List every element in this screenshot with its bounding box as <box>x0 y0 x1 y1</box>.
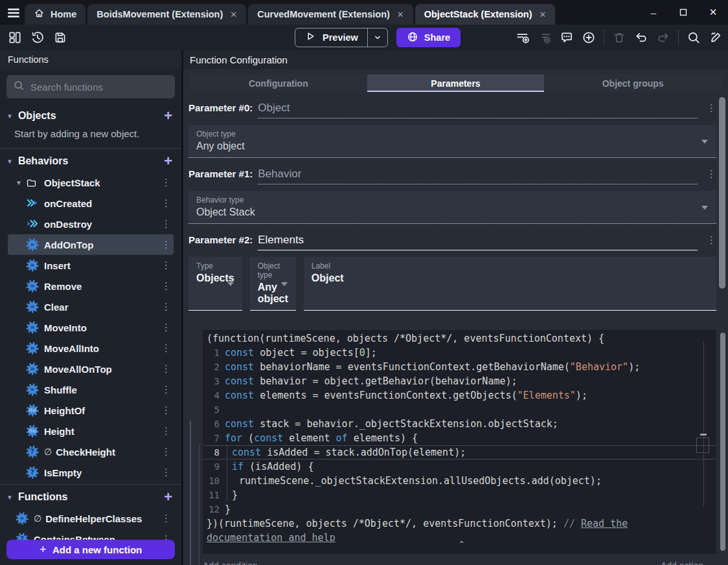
sidebar-item-height[interactable]: f(x) Height ⋮ <box>8 421 174 441</box>
preview-options-button[interactable] <box>368 28 387 47</box>
kebab-menu-icon[interactable]: ⋮ <box>159 301 174 313</box>
tab-configuration[interactable]: Configuration <box>190 74 367 92</box>
tab-home[interactable]: Home <box>25 4 85 25</box>
section-header-function[interactable]: ▼ Functions + <box>0 486 181 508</box>
tab-close-icon[interactable]: ✕ <box>397 10 404 19</box>
save-icon[interactable] <box>53 30 67 45</box>
search-input[interactable] <box>30 82 168 93</box>
sidebar-item-heightof[interactable]: f(x) HeightOf ⋮ <box>8 400 174 421</box>
kebab-menu-icon[interactable]: ⋮ <box>159 218 174 230</box>
chevron-down-icon[interactable]: ▼ <box>6 494 13 501</box>
kebab-menu-icon[interactable]: ⋮ <box>159 260 174 271</box>
kebab-menu-icon[interactable]: ⋮ <box>159 384 174 395</box>
documentation-link[interactable]: documentation and help <box>207 532 336 544</box>
sidebar-item-insert[interactable]: » Insert ⋮ <box>8 255 174 276</box>
kebab-menu-icon[interactable]: ⋮ <box>707 102 716 114</box>
add-condition-link[interactable]: Add condition <box>203 560 258 565</box>
chevron-down-icon[interactable]: ▼ <box>16 179 26 186</box>
js-code-editor[interactable]: (function(runtimeScene, objects /*Object… <box>203 330 716 554</box>
add-function-icon[interactable]: + <box>164 490 172 504</box>
code-line[interactable]: 3 const behavior = object.getBehavior(be… <box>203 374 716 388</box>
kebab-menu-icon[interactable]: ⋮ <box>707 234 716 246</box>
kebab-menu-icon[interactable]: ⋮ <box>159 342 174 354</box>
version-history-icon[interactable] <box>30 30 45 45</box>
documentation-link[interactable]: Read the <box>581 518 628 529</box>
field-object-type[interactable]: Object type Any object <box>188 125 716 158</box>
sidebar-item-isempty[interactable]: ? IsEmpty ⋮ <box>8 462 174 483</box>
sidebar-item-oncreated[interactable]: onCreated ⋮ <box>8 193 174 214</box>
sidebar-item-objectstack[interactable]: ▼ ObjectStack ⋮ <box>8 172 174 193</box>
preview-button[interactable]: Preview <box>295 28 388 47</box>
add-event-icon[interactable] <box>516 30 530 45</box>
tab-close-icon[interactable]: ✕ <box>230 10 237 19</box>
search-icon[interactable] <box>687 30 701 45</box>
field-type[interactable]: Type Objects <box>188 257 242 311</box>
add-object-icon[interactable]: + <box>164 109 172 123</box>
edit-icon[interactable] <box>709 30 723 45</box>
expand-caret-icon[interactable]: ^ <box>460 537 464 551</box>
close-button[interactable]: ✕ <box>698 6 728 18</box>
tab-object-groups[interactable]: Object groups <box>544 74 722 92</box>
kebab-menu-icon[interactable]: ⋮ <box>159 513 174 524</box>
add-circle-icon[interactable] <box>582 30 596 45</box>
kebab-menu-icon[interactable]: ⋮ <box>159 239 174 250</box>
tab-close-icon[interactable]: ✕ <box>540 10 547 19</box>
tab-objectstack-extension[interactable]: ObjectStack (Extension)✕ <box>415 4 556 25</box>
field-label[interactable]: Label Object <box>304 257 716 311</box>
tab-parameters[interactable]: Parameters <box>367 74 545 92</box>
project-manager-icon[interactable] <box>8 30 22 45</box>
sidebar-item-moveallontop[interactable]: » MoveAllOnTop ⋮ <box>8 359 174 379</box>
share-button[interactable]: Share <box>396 28 461 47</box>
section-header-object[interactable]: ▼ Objects + <box>0 105 181 127</box>
code-line[interactable]: 5 <box>203 403 716 417</box>
sidebar-item-definehelperclasses[interactable]: »∅ DefineHelperClasses ⋮ <box>8 508 174 529</box>
search-box[interactable] <box>6 75 175 98</box>
code-line[interactable]: 7 for (const element of elements) { <box>203 431 716 445</box>
sidebar-item-remove[interactable]: » Remove ⋮ <box>8 276 174 296</box>
kebab-menu-icon[interactable]: ⋮ <box>707 168 716 180</box>
parameter-name-input[interactable] <box>258 168 698 181</box>
kebab-menu-icon[interactable]: ⋮ <box>159 425 174 437</box>
maximize-button[interactable] <box>668 7 698 18</box>
kebab-menu-icon[interactable]: ⋮ <box>159 404 174 416</box>
kebab-menu-icon[interactable]: ⋮ <box>159 322 174 333</box>
add-behavior-icon[interactable]: + <box>164 154 172 168</box>
sidebar-item-ondestroy[interactable]: onDestroy ⋮ <box>8 214 174 234</box>
sidebar-item-clear[interactable]: » Clear ⋮ <box>8 296 174 317</box>
add-comment-icon[interactable] <box>560 30 574 45</box>
parameter-name-input[interactable] <box>258 102 698 115</box>
code-line[interactable]: 4 const elements = eventsFunctionContext… <box>203 388 716 403</box>
sidebar-item-moveinto[interactable]: » MoveInto ⋮ <box>8 317 174 338</box>
sidebar-item-moveallinto[interactable]: » MoveAllInto ⋮ <box>8 338 174 359</box>
code-line[interactable]: 11 } <box>203 488 716 502</box>
kebab-menu-icon[interactable]: ⋮ <box>159 467 174 478</box>
field-object-type[interactable]: Object type Any object <box>250 257 296 311</box>
menu-icon[interactable] <box>6 6 21 23</box>
kebab-menu-icon[interactable]: ⋮ <box>159 197 174 209</box>
kebab-menu-icon[interactable]: ⋮ <box>159 446 174 458</box>
code-line[interactable]: 6 const stack = behavior._objectStackExt… <box>203 417 716 431</box>
section-header-behavior[interactable]: ▼ Behaviors + <box>0 150 181 172</box>
code-line[interactable]: 10 runtimeScene._objectStackExtension.al… <box>203 474 716 488</box>
chevron-down-icon[interactable]: ▼ <box>6 158 13 165</box>
code-scrollbar[interactable] <box>720 333 725 551</box>
kebab-menu-icon[interactable]: ⋮ <box>159 177 174 188</box>
event-grip[interactable] <box>190 421 191 565</box>
chevron-down-icon[interactable]: ▼ <box>6 113 13 120</box>
code-line[interactable]: 8 const isAdded = stack.addOnTop(element… <box>203 445 716 460</box>
sidebar-item-addontop[interactable]: » AddOnTop ⋮ <box>8 234 174 255</box>
parameters-scrollbar[interactable] <box>719 97 725 289</box>
kebab-menu-icon[interactable]: ⋮ <box>159 280 174 292</box>
field-behavior-type[interactable]: Behavior type Object Stack <box>188 191 716 224</box>
add-action-link[interactable]: Add action <box>661 560 703 565</box>
sidebar-item-checkheight[interactable]: ?∅ CheckHeight ⋮ <box>8 441 174 462</box>
minimize-button[interactable]: – <box>639 7 668 18</box>
code-line[interactable]: 9 if (isAdded) { <box>203 460 716 474</box>
code-line[interactable]: 1 const object = objects[0]; <box>203 346 716 360</box>
tab-boidsmovement-extension[interactable]: BoidsMovement (Extension)✕ <box>87 4 246 25</box>
sidebar-item-shuffle[interactable]: » Shuffle ⋮ <box>8 379 174 400</box>
undo-icon[interactable] <box>634 30 648 45</box>
kebab-menu-icon[interactable]: ⋮ <box>159 363 174 375</box>
tab-curvedmovement-extension[interactable]: CurvedMovement (Extension)✕ <box>248 4 413 25</box>
code-line[interactable]: 2 const behaviorName = eventsFunctionCon… <box>203 360 716 374</box>
